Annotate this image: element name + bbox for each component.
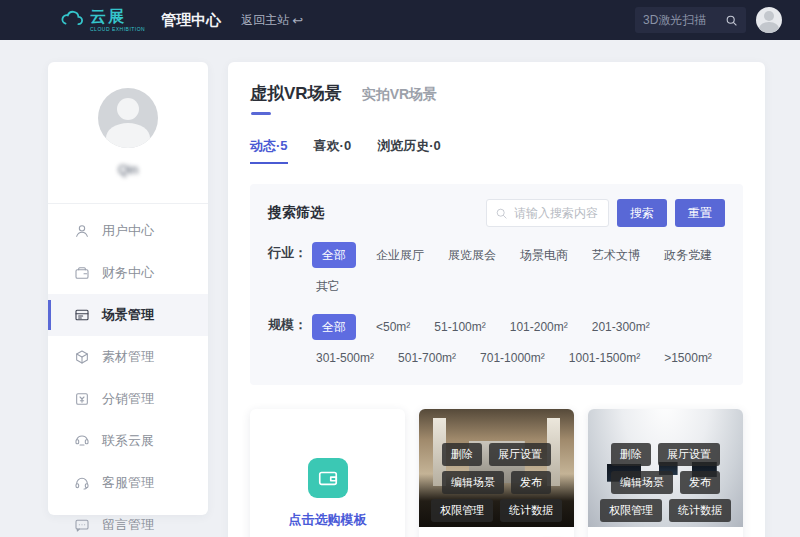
sidebar-item-material-management[interactable]: 素材管理 bbox=[48, 336, 208, 378]
scale-label: 规模： bbox=[268, 314, 312, 371]
sidebar-item-user-center[interactable]: 用户中心 bbox=[48, 210, 208, 252]
user-avatar[interactable] bbox=[98, 88, 158, 148]
sidebar-item-finance-center[interactable]: 财务中心 bbox=[48, 252, 208, 294]
industry-label: 行业： bbox=[268, 242, 312, 299]
tab-dynamic[interactable]: 动态·5 bbox=[250, 137, 288, 164]
scale-chip[interactable]: 201-300m² bbox=[588, 314, 654, 340]
scene-icon bbox=[74, 307, 90, 323]
scene-card: 删除 展厅设置 编辑场景 发布 权限管理 统计数据 灵感-科技-出众-3D...… bbox=[588, 409, 743, 537]
buy-template-card[interactable]: 点击选购模板 bbox=[250, 409, 405, 537]
reset-button[interactable]: 重置 bbox=[675, 199, 725, 227]
scale-chip[interactable]: 501-700m² bbox=[394, 345, 460, 371]
scene-type-tabs: 虚拟VR场景 实拍VR场景 bbox=[250, 82, 743, 115]
logo-subtext: CLOUD EXHIBITION bbox=[90, 27, 145, 32]
hall-settings-button[interactable]: 展厅设置 bbox=[658, 443, 720, 466]
search-button[interactable]: 搜索 bbox=[617, 199, 667, 227]
tab-real-vr-scene[interactable]: 实拍VR场景 bbox=[362, 86, 437, 104]
industry-filter-row: 行业： 全部 企业展厅 展览展会 场景电商 艺术文博 政务党建 其它 bbox=[268, 242, 725, 299]
cube-icon bbox=[74, 349, 90, 365]
sidebar-item-distribution-management[interactable]: 分销管理 bbox=[48, 378, 208, 420]
edit-scene-button[interactable]: 编辑场景 bbox=[442, 471, 504, 494]
headset-icon bbox=[74, 475, 90, 491]
card-action-buttons: 删除 展厅设置 编辑场景 发布 权限管理 统计数据 bbox=[419, 443, 574, 522]
top-header-bar: 云展 CLOUD EXHIBITION 管理中心 返回主站 ↩ bbox=[0, 0, 800, 40]
user-icon bbox=[74, 223, 90, 239]
industry-chip[interactable]: 场景电商 bbox=[516, 242, 572, 268]
message-icon bbox=[74, 517, 90, 533]
sidebar-menu: 用户中心 财务中心 场景管理 素材管理 分销管理 联系云展 客服管理 留言管理 bbox=[48, 204, 208, 537]
sidebar: Qin 用户中心 财务中心 场景管理 素材管理 分销管理 联系云展 客 bbox=[48, 62, 208, 515]
delete-button[interactable]: 删除 bbox=[442, 443, 482, 466]
cloud-logo-icon bbox=[58, 9, 86, 31]
buy-template-label: 点击选购模板 bbox=[289, 511, 367, 529]
publish-button[interactable]: 发布 bbox=[680, 471, 720, 494]
statistics-button[interactable]: 统计数据 bbox=[500, 499, 562, 522]
permissions-button[interactable]: 权限管理 bbox=[600, 499, 662, 522]
industry-chip[interactable]: 企业展厅 bbox=[372, 242, 428, 268]
edit-scene-button[interactable]: 编辑场景 bbox=[611, 471, 673, 494]
app-logo[interactable]: 云展 CLOUD EXHIBITION bbox=[58, 9, 145, 32]
card-action-buttons: 删除 展厅设置 编辑场景 发布 权限管理 统计数据 bbox=[588, 443, 743, 522]
distribution-icon bbox=[74, 391, 90, 407]
wallet-icon bbox=[74, 265, 90, 281]
scale-chip[interactable]: 51-100m² bbox=[430, 314, 489, 340]
statistics-button[interactable]: 统计数据 bbox=[669, 499, 731, 522]
sidebar-item-support-management[interactable]: 客服管理 bbox=[48, 462, 208, 504]
sidebar-item-contact[interactable]: 联系云展 bbox=[48, 420, 208, 462]
filter-search-input[interactable] bbox=[514, 206, 600, 220]
wallet-teal-icon bbox=[308, 458, 348, 498]
tab-likes[interactable]: 喜欢·0 bbox=[314, 137, 352, 164]
scale-chip-all[interactable]: 全部 bbox=[312, 314, 356, 340]
back-to-main-site-link[interactable]: 返回主站 ↩ bbox=[241, 12, 303, 29]
hall-settings-button[interactable]: 展厅设置 bbox=[489, 443, 551, 466]
industry-chip-all[interactable]: 全部 bbox=[312, 242, 356, 268]
permissions-button[interactable]: 权限管理 bbox=[431, 499, 493, 522]
delete-button[interactable]: 删除 bbox=[611, 443, 651, 466]
industry-chip[interactable]: 其它 bbox=[312, 273, 344, 299]
sub-tabs: 动态·5 喜欢·0 浏览历史·0 bbox=[250, 137, 743, 164]
scale-chip[interactable]: >1500m² bbox=[660, 345, 716, 371]
scale-chip[interactable]: 1001-1500m² bbox=[565, 345, 644, 371]
scale-chip[interactable]: 101-200m² bbox=[506, 314, 572, 340]
sidebar-item-message-management[interactable]: 留言管理 bbox=[48, 504, 208, 537]
main-content-panel: 虚拟VR场景 实拍VR场景 动态·5 喜欢·0 浏览历史·0 搜索筛选 搜索 重… bbox=[228, 62, 765, 537]
logo-text: 云展 bbox=[90, 9, 145, 25]
scene-card-grid: 点击选购模板 删除 展厅设置 编辑场景 发布 权限管理 统计数据 新中式展厅 发… bbox=[250, 409, 743, 537]
header-avatar[interactable] bbox=[756, 7, 782, 33]
search-icon bbox=[495, 207, 508, 220]
user-name: Qin bbox=[48, 162, 208, 177]
tab-browse-history[interactable]: 浏览历史·0 bbox=[377, 137, 441, 164]
industry-chip[interactable]: 展览展会 bbox=[444, 242, 500, 268]
search-filter-panel: 搜索筛选 搜索 重置 行业： 全部 企业展厅 展览展会 场景电商 艺术文博 bbox=[250, 184, 743, 385]
industry-chip[interactable]: 艺术文博 bbox=[588, 242, 644, 268]
scene-card: 删除 展厅设置 编辑场景 发布 权限管理 统计数据 新中式展厅 发布者： bbox=[419, 409, 574, 537]
search-icon[interactable] bbox=[725, 14, 738, 27]
scale-chip[interactable]: <50m² bbox=[372, 314, 414, 340]
return-arrow-icon: ↩ bbox=[292, 13, 303, 28]
phone-icon bbox=[74, 433, 90, 449]
filter-search-box[interactable] bbox=[486, 199, 609, 227]
header-search-input[interactable] bbox=[643, 13, 725, 27]
tab-virtual-vr-scene[interactable]: 虚拟VR场景 bbox=[250, 82, 342, 115]
scale-chip[interactable]: 301-500m² bbox=[312, 345, 378, 371]
page-title: 管理中心 bbox=[161, 11, 221, 30]
scene-thumbnail[interactable]: 删除 展厅设置 编辑场景 发布 权限管理 统计数据 bbox=[419, 409, 574, 527]
publish-button[interactable]: 发布 bbox=[511, 471, 551, 494]
filter-title: 搜索筛选 bbox=[268, 204, 324, 222]
industry-chip[interactable]: 政务党建 bbox=[660, 242, 716, 268]
scale-filter-row: 规模： 全部 <50m² 51-100m² 101-200m² 201-300m… bbox=[268, 314, 725, 371]
scale-chip[interactable]: 701-1000m² bbox=[476, 345, 549, 371]
header-search-box[interactable] bbox=[635, 7, 746, 33]
scene-thumbnail[interactable]: 删除 展厅设置 编辑场景 发布 权限管理 统计数据 bbox=[588, 409, 743, 527]
sidebar-item-scene-management[interactable]: 场景管理 bbox=[48, 294, 208, 336]
